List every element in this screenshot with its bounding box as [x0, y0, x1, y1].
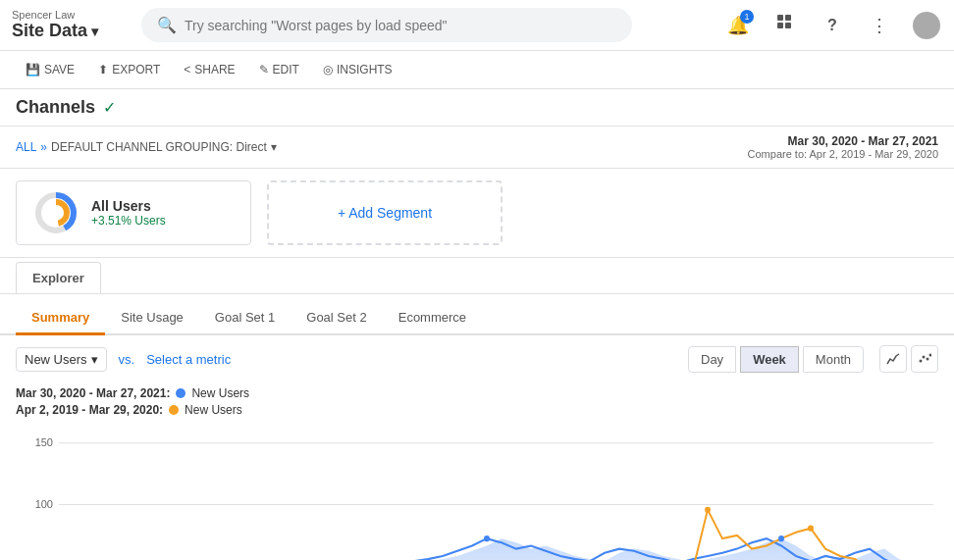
tab-goal-set-1[interactable]: Goal Set 1	[199, 302, 291, 335]
legend-primary-dot	[176, 388, 186, 398]
legend-compare-date: Apr 2, 2019 - Mar 29, 2020:	[16, 403, 163, 417]
chart-type-buttons	[879, 345, 938, 373]
time-buttons: Day Week Month	[688, 346, 864, 373]
breadcrumb-channel: DEFAULT CHANNEL GROUPING: Direct	[51, 140, 267, 154]
chart-legend: Mar 30, 2020 - Mar 27, 2021: New Users A…	[0, 382, 954, 428]
site-dropdown-icon[interactable]: ▾	[91, 24, 98, 39]
breadcrumb-dropdown[interactable]: ▾	[271, 140, 277, 154]
verified-icon: ✓	[103, 98, 116, 117]
tab-site-usage[interactable]: Site Usage	[105, 302, 199, 335]
insights-icon: ◎	[323, 63, 333, 76]
header-icons: 🔔 1 ? ⋮	[722, 10, 942, 41]
svg-point-21	[778, 535, 784, 541]
help-icon: ?	[827, 17, 837, 34]
metric-dropdown-icon: ▾	[91, 352, 98, 367]
chart-svg: 150 100 50	[16, 428, 938, 560]
svg-rect-3	[785, 23, 791, 28]
header: Spencer Law Site Data ▾ 🔍 🔔 1 ? ⋮	[0, 0, 954, 51]
svg-point-6	[45, 202, 67, 224]
segment-name: All Users	[91, 198, 166, 214]
insights-button[interactable]: ◎ INSIGHTS	[313, 57, 402, 82]
svg-text:100: 100	[35, 497, 53, 509]
export-icon: ⬆	[98, 63, 108, 76]
scatter-chart-button[interactable]	[911, 345, 938, 373]
select-metric-link[interactable]: Select a metric	[146, 352, 231, 367]
svg-rect-0	[777, 15, 783, 21]
legend-compare-dot	[169, 405, 179, 415]
search-icon: 🔍	[157, 16, 177, 34]
edit-icon: ✎	[259, 63, 269, 76]
legend-item-primary: Mar 30, 2020 - Mar 27, 2021: New Users	[16, 386, 938, 400]
edit-button[interactable]: ✎ EDIT	[249, 57, 309, 82]
metric-label: New Users	[25, 352, 87, 367]
search-input[interactable]	[185, 18, 616, 33]
chart-area: 150 100 50	[0, 428, 954, 560]
help-button[interactable]: ?	[817, 10, 848, 41]
tab-goal-set-2[interactable]: Goal Set 2	[291, 302, 382, 335]
account-icon	[913, 12, 940, 39]
svg-point-20	[484, 535, 490, 541]
segment-change: +3.51% Users	[91, 214, 166, 228]
legend-primary-metric: New Users	[191, 386, 249, 400]
apps-icon	[776, 14, 794, 36]
breadcrumb-bar: ALL » DEFAULT CHANNEL GROUPING: Direct ▾…	[0, 127, 954, 169]
org-name: Spencer Law	[12, 9, 130, 21]
segments-bar: All Users +3.51% Users + Add Segment	[0, 169, 954, 258]
breadcrumb-all[interactable]: ALL	[16, 140, 36, 154]
svg-point-10	[929, 354, 932, 357]
save-icon: 💾	[26, 63, 40, 76]
legend-item-compare: Apr 2, 2019 - Mar 29, 2020: New Users	[16, 403, 938, 417]
date-range-primary: Mar 30, 2020 - Mar 27, 2021	[748, 134, 938, 148]
share-icon: <	[184, 63, 190, 76]
legend-compare-metric: New Users	[185, 403, 242, 417]
svg-point-9	[927, 358, 929, 361]
add-segment-button[interactable]: + Add Segment	[267, 180, 503, 245]
svg-rect-1	[785, 15, 791, 21]
legend-primary-date: Mar 30, 2020 - Mar 27, 2021:	[16, 386, 170, 400]
account-button[interactable]	[911, 10, 942, 41]
more-button[interactable]: ⋮	[864, 10, 895, 41]
svg-text:150: 150	[35, 436, 53, 448]
svg-rect-2	[777, 23, 783, 28]
site-title: Spencer Law Site Data ▾	[12, 9, 130, 41]
notification-button[interactable]: 🔔 1	[722, 10, 754, 41]
nav-tabs: Summary Site Usage Goal Set 1 Goal Set 2…	[0, 294, 954, 335]
site-name-link[interactable]: Site Data ▾	[12, 21, 130, 41]
search-bar[interactable]: 🔍	[141, 8, 632, 42]
segment-info: All Users +3.51% Users	[91, 198, 166, 228]
toolbar: 💾 SAVE ⬆ EXPORT < SHARE ✎ EDIT ◎ INSIGHT…	[0, 51, 954, 89]
channels-header: Channels ✓	[0, 89, 954, 127]
export-button[interactable]: ⬆ EXPORT	[88, 57, 170, 82]
notification-badge: 1	[740, 10, 754, 24]
chart-controls: New Users ▾ vs. Select a metric Day Week…	[0, 335, 954, 382]
more-icon: ⋮	[871, 15, 888, 36]
date-range: Mar 30, 2020 - Mar 27, 2021 Compare to: …	[748, 134, 938, 160]
breadcrumb: ALL » DEFAULT CHANNEL GROUPING: Direct ▾	[16, 140, 277, 154]
svg-point-19	[808, 526, 814, 532]
share-button[interactable]: < SHARE	[174, 57, 244, 82]
svg-point-8	[923, 356, 926, 359]
tab-ecommerce[interactable]: Ecommerce	[383, 302, 482, 335]
breadcrumb-separator: »	[40, 140, 47, 154]
metric-select[interactable]: New Users ▾	[16, 347, 107, 372]
date-range-compare: Compare to: Apr 2, 2019 - Mar 29, 2020	[748, 148, 938, 160]
channels-title: Channels	[16, 97, 95, 118]
donut-chart	[32, 189, 80, 236]
save-button[interactable]: 💾 SAVE	[16, 57, 84, 82]
tab-summary[interactable]: Summary	[16, 302, 105, 335]
day-button[interactable]: Day	[688, 346, 736, 373]
svg-point-18	[705, 507, 711, 513]
explorer-tab[interactable]: Explorer	[16, 262, 101, 293]
apps-button[interactable]	[769, 10, 801, 41]
week-button[interactable]: Week	[740, 346, 799, 373]
month-button[interactable]: Month	[803, 346, 864, 373]
vs-label: vs.	[119, 352, 135, 367]
all-users-segment: All Users +3.51% Users	[16, 180, 251, 245]
line-chart-button[interactable]	[879, 345, 907, 373]
explorer-tab-bar: Explorer	[0, 258, 954, 294]
svg-point-7	[920, 360, 923, 363]
